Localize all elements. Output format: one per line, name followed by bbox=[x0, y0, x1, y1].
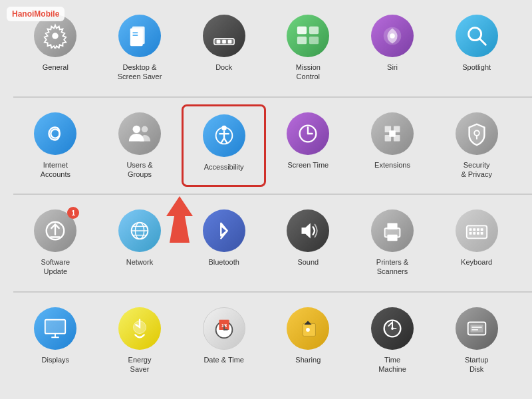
network-icon bbox=[118, 209, 161, 252]
svg-point-66 bbox=[306, 328, 310, 332]
users-groups-icon bbox=[118, 112, 161, 155]
siri-label: Siri bbox=[387, 63, 398, 72]
users-groups-label: Users &Groups bbox=[126, 160, 152, 180]
dock-icon bbox=[203, 15, 245, 57]
grid-item-dock[interactable]: Dock bbox=[182, 7, 266, 90]
watermark: HanoiMobile bbox=[7, 7, 65, 21]
grid-item-software-update[interactable]: 1SoftwareUpdate bbox=[13, 201, 98, 285]
sound-icon bbox=[287, 209, 329, 252]
grid-item-mission-control[interactable]: MissionControl bbox=[266, 7, 350, 90]
svg-rect-54 bbox=[477, 232, 479, 235]
grid-item-security-privacy[interactable]: Security& Privacy bbox=[434, 104, 519, 188]
keyboard-icon bbox=[456, 209, 498, 252]
svg-rect-49 bbox=[473, 228, 475, 231]
grid-item-printers-scanners[interactable]: Printers &Scanners bbox=[350, 201, 435, 285]
svg-rect-11 bbox=[297, 37, 307, 44]
svg-rect-72 bbox=[470, 325, 483, 332]
svg-point-18 bbox=[133, 125, 140, 132]
grid-item-energy-saver[interactable]: EnergySaver bbox=[98, 299, 182, 382]
printers-scanners-icon bbox=[371, 209, 414, 252]
date-time-label: Date & Time bbox=[203, 355, 244, 364]
grid-item-extensions[interactable]: Extensions bbox=[350, 104, 435, 188]
grid-item-displays[interactable]: Displays bbox=[13, 299, 98, 382]
svg-rect-8 bbox=[227, 40, 231, 44]
svg-line-24 bbox=[221, 138, 224, 143]
printers-scanners-label: Printers &Scanners bbox=[376, 257, 408, 277]
grid-item-network[interactable]: Network bbox=[98, 201, 182, 285]
software-update-badge: 1 bbox=[67, 207, 79, 219]
grid-row-0: General Desktop &Screen Saver Dock Missi… bbox=[0, 0, 532, 96]
svg-point-14 bbox=[390, 33, 395, 39]
energy-saver-icon bbox=[118, 307, 161, 350]
svg-line-25 bbox=[224, 138, 227, 143]
network-label: Network bbox=[126, 257, 153, 267]
sharing-icon bbox=[287, 307, 329, 350]
grid-item-siri[interactable]: Siri bbox=[350, 7, 435, 90]
security-privacy-label: Security& Privacy bbox=[461, 160, 491, 180]
grid-item-users-groups[interactable]: Users &Groups bbox=[98, 104, 182, 188]
grid-row-3: Displays EnergySaver 18 Date & Time Shar… bbox=[0, 293, 532, 389]
grid-item-spotlight[interactable]: Spotlight bbox=[434, 7, 519, 90]
extensions-label: Extensions bbox=[374, 160, 410, 170]
mission-control-label: MissionControl bbox=[296, 63, 321, 82]
grid-item-sound[interactable]: Sound bbox=[266, 201, 350, 285]
grid-item-date-time[interactable]: 18 Date & Time bbox=[182, 299, 266, 382]
svg-rect-51 bbox=[480, 228, 483, 231]
svg-rect-45 bbox=[387, 223, 397, 230]
grid-item-accessibility[interactable]: Accessibility bbox=[182, 104, 266, 188]
system-preferences-grid: General Desktop &Screen Saver Dock Missi… bbox=[0, 0, 532, 388]
screen-time-icon bbox=[287, 112, 329, 155]
svg-rect-10 bbox=[309, 27, 319, 34]
spotlight-icon bbox=[456, 15, 498, 57]
svg-rect-6 bbox=[216, 40, 220, 44]
svg-point-19 bbox=[142, 126, 148, 132]
grid-row-2: 1SoftwareUpdate Network Bluetooth Sound … bbox=[0, 195, 532, 291]
grid-item-startup-disk[interactable]: StartupDisk bbox=[434, 299, 519, 382]
security-privacy-icon bbox=[456, 112, 498, 155]
internet-accounts-icon bbox=[34, 112, 76, 155]
accessibility-icon bbox=[203, 114, 245, 157]
general-label: General bbox=[43, 63, 68, 72]
sharing-label: Sharing bbox=[295, 355, 321, 364]
grid-item-sharing[interactable]: Sharing bbox=[266, 299, 350, 382]
svg-rect-53 bbox=[473, 232, 475, 235]
svg-rect-52 bbox=[469, 232, 471, 235]
grid-item-keyboard[interactable]: Keyboard bbox=[434, 201, 519, 285]
extensions-icon bbox=[371, 112, 414, 155]
sound-label: Sound bbox=[297, 257, 319, 267]
displays-icon bbox=[34, 307, 76, 350]
startup-disk-label: StartupDisk bbox=[465, 355, 488, 374]
grid-item-internet-accounts[interactable]: InternetAccounts bbox=[13, 104, 98, 188]
grid-item-time-machine[interactable]: TimeMachine bbox=[350, 299, 435, 382]
spotlight-label: Spotlight bbox=[462, 63, 491, 72]
svg-rect-55 bbox=[480, 232, 483, 235]
svg-rect-50 bbox=[477, 228, 479, 231]
svg-rect-56 bbox=[45, 319, 65, 333]
screen-time-label: Screen Time bbox=[287, 160, 329, 170]
svg-rect-48 bbox=[469, 228, 471, 231]
desktop-screen-saver-icon bbox=[118, 15, 161, 57]
grid-item-bluetooth[interactable]: Bluetooth bbox=[182, 201, 266, 285]
dock-label: Dock bbox=[215, 63, 232, 72]
time-machine-icon bbox=[371, 307, 414, 350]
software-update-icon: 1 bbox=[34, 209, 76, 252]
mission-control-icon bbox=[287, 15, 329, 57]
bluetooth-icon bbox=[203, 209, 245, 252]
software-update-label: SoftwareUpdate bbox=[41, 257, 70, 277]
date-time-icon: 18 bbox=[203, 307, 245, 350]
displays-label: Displays bbox=[42, 355, 70, 364]
svg-rect-33 bbox=[389, 130, 396, 137]
keyboard-label: Keyboard bbox=[461, 257, 492, 267]
svg-rect-47 bbox=[466, 226, 486, 239]
svg-line-16 bbox=[479, 39, 485, 45]
bluetooth-label: Bluetooth bbox=[208, 257, 239, 267]
internet-accounts-label: InternetAccounts bbox=[41, 160, 70, 180]
grid-row-1: InternetAccounts Users &Groups Accessibi… bbox=[0, 98, 532, 194]
time-machine-label: TimeMachine bbox=[378, 355, 406, 374]
grid-item-desktop-screen-saver[interactable]: Desktop &Screen Saver bbox=[98, 7, 182, 90]
grid-item-screen-time[interactable]: Screen Time bbox=[266, 104, 350, 188]
svg-point-0 bbox=[53, 33, 59, 39]
siri-icon bbox=[371, 15, 414, 57]
svg-rect-46 bbox=[387, 235, 397, 241]
energy-saver-label: EnergySaver bbox=[128, 355, 152, 374]
